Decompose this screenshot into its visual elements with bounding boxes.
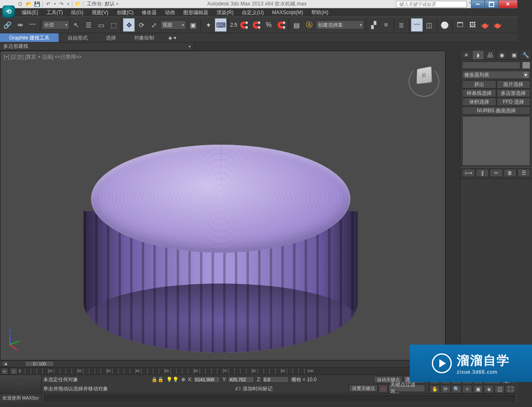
rendered-frame-button[interactable]: 🖼 bbox=[467, 18, 478, 32]
coord-y[interactable]: Y:425.702 bbox=[222, 376, 254, 383]
qat-redo-drop[interactable]: ▾ bbox=[66, 0, 70, 8]
curve-editor-button[interactable] bbox=[411, 18, 423, 32]
viewport[interactable]: [+] [正交] [真实 + 边面] <<已禁用>> bbox=[0, 51, 446, 360]
modbtn-face-select[interactable]: 面片选择 bbox=[497, 80, 531, 89]
key-filter-dropdown[interactable]: 关键点过滤器... bbox=[389, 385, 425, 392]
nav-zoom-all[interactable]: ▣ bbox=[473, 385, 483, 393]
modbtn-nurbs-select[interactable]: NURBS 曲面选择 bbox=[462, 106, 530, 115]
coord-x[interactable]: X:5141.908 bbox=[188, 376, 220, 383]
menu-maxscript[interactable]: MAXScript(M) bbox=[268, 8, 308, 17]
move-button[interactable] bbox=[123, 18, 135, 32]
layer-manager-button[interactable] bbox=[396, 18, 407, 32]
modtool-showend[interactable]: ‖ bbox=[476, 169, 489, 177]
coord-z[interactable]: Z:0.0 bbox=[257, 376, 289, 383]
menu-help[interactable]: 帮助(H) bbox=[307, 8, 332, 17]
timetag-label[interactable]: 添加时间标记 bbox=[243, 385, 273, 392]
adaptive-degrad-icon[interactable]: 💡 bbox=[166, 377, 179, 382]
scale-button[interactable] bbox=[148, 18, 160, 32]
menu-create[interactable]: 创建(C) bbox=[113, 8, 138, 17]
ribbon-expand-icon[interactable]: ◈ ▾ bbox=[165, 33, 179, 42]
help-search[interactable] bbox=[396, 1, 467, 7]
modtool-remove[interactable]: 🗑 bbox=[504, 169, 517, 177]
qat-redo-icon[interactable] bbox=[58, 0, 65, 8]
nav-arc[interactable]: ⟳ bbox=[441, 385, 451, 393]
modtool-config[interactable]: ☰ bbox=[517, 169, 530, 177]
menu-tools[interactable]: 工具(T) bbox=[42, 8, 67, 17]
trackbar-open-icon[interactable]: ▸ bbox=[1, 368, 8, 375]
menu-customize[interactable]: 自定义(U) bbox=[238, 8, 268, 17]
timetag-icon[interactable]: 🏷 bbox=[235, 386, 240, 392]
modtool-pin[interactable]: ⟼ bbox=[462, 169, 475, 177]
ribbon-tab-graphite[interactable]: Graphite 建模工具 bbox=[0, 33, 59, 42]
nav-fov[interactable]: ⌗ bbox=[462, 385, 472, 393]
nav-max-toggle[interactable]: ⛶ bbox=[505, 385, 515, 393]
modbtn-ffd-select[interactable]: FFD 选择 bbox=[497, 98, 531, 106]
menu-views[interactable]: 视图(V) bbox=[88, 8, 113, 17]
cmdtab-modify[interactable]: ◗ bbox=[473, 51, 485, 59]
modtool-unique[interactable]: ✂ bbox=[490, 169, 502, 177]
cmdtab-utilities[interactable]: 🔧 bbox=[520, 51, 532, 59]
qat-open-icon[interactable] bbox=[25, 0, 32, 8]
object-name-field[interactable] bbox=[462, 62, 520, 69]
spinner-snap-button[interactable] bbox=[276, 18, 287, 32]
ribbon-tab-objectpaint[interactable]: 对象绘制 bbox=[125, 33, 163, 42]
menu-modifiers[interactable]: 修改器 bbox=[138, 8, 161, 17]
coord-display-toggle[interactable]: ⊕ bbox=[181, 377, 185, 382]
setkey-large-icon[interactable]: 🗝 bbox=[379, 385, 388, 393]
render-setup-button[interactable]: 🗔 bbox=[454, 18, 466, 32]
selection-filter-dropdown[interactable]: 全部▾ bbox=[42, 20, 69, 30]
cmdtab-create[interactable]: ☀ bbox=[461, 51, 473, 59]
ribbon-tab-selection[interactable]: 选择 bbox=[97, 33, 125, 42]
object-color-swatch[interactable] bbox=[522, 62, 530, 69]
qat-project-icon[interactable]: 📁 bbox=[74, 0, 81, 8]
ribbon-panel-polymodel[interactable]: 多边形建模▾ bbox=[0, 42, 194, 51]
maxscript-listener-input[interactable] bbox=[44, 395, 515, 402]
nav-pan[interactable]: ✋ bbox=[430, 385, 440, 393]
select-link-button[interactable] bbox=[2, 18, 13, 32]
select-manipulate-button[interactable]: ✦ bbox=[202, 18, 214, 32]
select-object-button[interactable] bbox=[70, 18, 82, 32]
mirror-button[interactable] bbox=[368, 18, 379, 32]
app-icon[interactable]: ⟲ bbox=[2, 5, 15, 18]
mini-curve-editor[interactable]: 〰 bbox=[0, 375, 42, 394]
modbtn-extrude[interactable]: 挤出 bbox=[462, 80, 496, 89]
qat-save-icon[interactable] bbox=[33, 0, 41, 8]
nav-zoom[interactable]: 🔍 bbox=[451, 385, 461, 393]
bind-spacewarp-button[interactable]: 〰 bbox=[27, 18, 38, 32]
cmdtab-hierarchy[interactable]: 品 bbox=[484, 51, 496, 59]
window-maximize-button[interactable] bbox=[485, 0, 498, 8]
menu-group[interactable]: 组(G) bbox=[67, 8, 87, 17]
qat-undo-icon[interactable] bbox=[44, 0, 52, 8]
menu-grapheditors[interactable]: 图形编辑器 bbox=[179, 8, 212, 17]
time-slider-left[interactable]: ◂ bbox=[2, 361, 9, 367]
use-pivot-center-button[interactable]: ▣ bbox=[187, 18, 199, 32]
cmdtab-display[interactable]: ▣ bbox=[508, 51, 520, 59]
ribbon-tab-freeform[interactable]: 自由形式 bbox=[59, 33, 97, 42]
window-close-button[interactable] bbox=[498, 0, 517, 8]
workspace-label[interactable]: 工作台: 默认 bbox=[87, 0, 115, 7]
qat-new-icon[interactable] bbox=[17, 0, 24, 8]
setkey-button[interactable]: 设置关键点 bbox=[349, 385, 378, 392]
cmdtab-motion[interactable]: ◉ bbox=[496, 51, 508, 59]
ref-coord-dropdown[interactable]: 视图▾ bbox=[160, 20, 186, 30]
modifier-stack[interactable] bbox=[462, 116, 530, 166]
trackbar-keys-icon[interactable]: ◇ bbox=[10, 368, 17, 375]
edit-named-sel-button[interactable]: ▤ bbox=[291, 18, 303, 32]
render-production-button[interactable] bbox=[479, 18, 491, 32]
material-editor-button[interactable] bbox=[439, 18, 451, 32]
named-selection-dropdown[interactable]: 创建选择集▾ bbox=[316, 20, 364, 30]
window-crossing-button[interactable] bbox=[108, 18, 119, 32]
menu-edit[interactable]: 编辑(E) bbox=[17, 8, 42, 17]
modbtn-volume-select[interactable]: 体积选择 bbox=[462, 98, 496, 106]
viewport-label[interactable]: [+] [正交] [真实 + 边面] <<已禁用>> bbox=[4, 54, 81, 61]
modbtn-spline-select[interactable]: 样条线选择 bbox=[462, 89, 496, 97]
help-search-input[interactable] bbox=[398, 1, 465, 7]
angle-snap-button[interactable]: 🧲 bbox=[251, 18, 262, 32]
keyboard-shortcut-toggle[interactable]: ⌨ bbox=[215, 18, 227, 32]
snap-toggle-button[interactable] bbox=[238, 18, 250, 32]
menu-rendering[interactable]: 渲染(R) bbox=[212, 8, 238, 17]
named-sel-tools-button[interactable]: Ⓐ bbox=[303, 18, 315, 32]
select-by-name-button[interactable]: ☰ bbox=[83, 18, 94, 32]
select-region-rect-button[interactable] bbox=[95, 18, 107, 32]
align-button[interactable] bbox=[380, 18, 392, 32]
